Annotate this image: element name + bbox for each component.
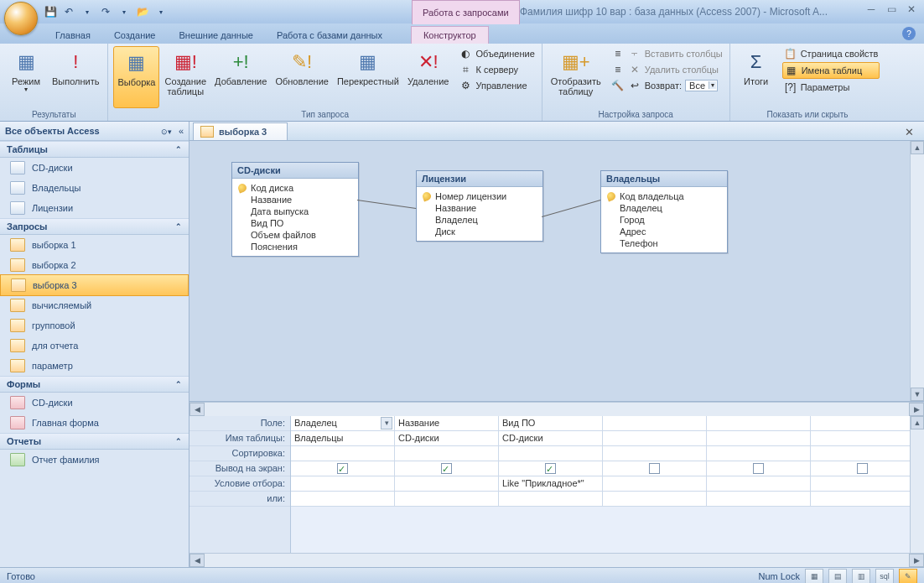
view-sql-button[interactable]: sql <box>875 569 894 583</box>
qbe-cell[interactable] <box>707 492 811 506</box>
table-field[interactable]: Номер лицензии <box>422 190 537 202</box>
qbe-hscrollbar[interactable]: ◀▶ <box>189 553 924 567</box>
table-field[interactable]: Объем файлов <box>237 229 353 241</box>
table-pane[interactable]: ▲▼ CD-дискиКод дискаНазваниеДата выпуска… <box>189 141 924 402</box>
qbe-cell[interactable] <box>603 431 707 445</box>
qbe-cell[interactable] <box>707 476 811 491</box>
return-combo[interactable]: Все▾ <box>685 80 718 91</box>
qbe-cell[interactable] <box>707 431 811 445</box>
qbe-cell[interactable] <box>603 492 707 506</box>
union-button[interactable]: ◐Объединение <box>457 46 536 61</box>
builder-icon[interactable]: 🔨 <box>611 79 625 92</box>
table-card[interactable]: ВладельцыКод владельцаВладелецГородАдрес… <box>600 170 728 253</box>
table-field[interactable]: Пояснения <box>237 241 353 252</box>
qbe-cell[interactable]: Вид ПО <box>499 416 603 430</box>
nav-item[interactable]: CD-диски <box>0 393 189 413</box>
checkbox[interactable] <box>649 463 660 474</box>
restore-button[interactable]: ▭ <box>884 3 899 15</box>
tablenames-button[interactable]: ▦Имена таблиц <box>782 62 880 79</box>
nav-item[interactable]: параметр <box>0 356 189 376</box>
table-field[interactable]: Город <box>606 214 722 226</box>
qbe-cell[interactable] <box>499 446 603 461</box>
table-field[interactable]: Дата выпуска <box>237 206 353 217</box>
nav-group-header[interactable]: Формы⌃ <box>0 376 189 393</box>
document-tab[interactable]: выборка 3 <box>193 122 288 140</box>
nav-item[interactable]: Лицензии <box>0 198 189 218</box>
chevron-down-icon[interactable]: ⊙▾ <box>161 128 172 136</box>
append-button[interactable]: +!Добавление <box>211 46 270 107</box>
qbe-cell[interactable] <box>291 461 395 476</box>
table-card[interactable]: CD-дискиКод дискаНазваниеДата выпускаВид… <box>231 162 359 257</box>
qbe-columns[interactable]: ВладелецНазваниеВид ПОВладельцыCD-дискиC… <box>291 416 924 553</box>
parameters-button[interactable]: [?]Параметры <box>782 80 880 95</box>
minimize-button[interactable]: ─ <box>864 3 879 15</box>
qbe-cell[interactable] <box>811 431 915 445</box>
qbe-cell[interactable] <box>811 476 915 491</box>
table-header[interactable]: Владельцы <box>601 171 727 187</box>
table-field[interactable]: Телефон <box>606 237 722 249</box>
nav-item[interactable]: выборка 3 <box>0 274 189 296</box>
nav-item[interactable]: вычисляемый <box>0 295 189 315</box>
table-card[interactable]: ЛицензииНомер лицензииНазваниеВладелецДи… <box>416 170 543 242</box>
tab-external[interactable]: Внешние данные <box>168 27 265 44</box>
nav-item[interactable]: выборка 1 <box>0 235 189 255</box>
qbe-cell[interactable] <box>603 416 707 430</box>
tab-create[interactable]: Создание <box>102 27 168 44</box>
qbe-cell[interactable] <box>395 476 499 491</box>
qbe-cell[interactable] <box>811 461 915 476</box>
checkbox[interactable] <box>857 463 868 474</box>
nav-item[interactable]: выборка 2 <box>0 255 189 275</box>
tab-design[interactable]: Конструктор <box>411 26 489 44</box>
tab-dbtools[interactable]: Работа с базами данных <box>265 27 394 44</box>
undo-icon[interactable]: ↶ <box>62 5 75 18</box>
delete-button[interactable]: ✕!Удаление <box>404 46 453 107</box>
qbe-cell[interactable]: Владелец <box>291 416 395 430</box>
table-field[interactable]: Название <box>422 202 537 214</box>
table-field[interactable]: Код диска <box>237 182 353 194</box>
propsheet-button[interactable]: 📋Страница свойств <box>782 46 880 61</box>
nav-item[interactable]: Отчет фамилия <box>0 450 189 470</box>
qbe-cell[interactable] <box>395 461 499 476</box>
select-query-button[interactable]: ▦Выборка <box>113 46 159 108</box>
nav-header[interactable]: Все объекты Access⊙▾« <box>0 122 189 141</box>
qbe-cell[interactable] <box>291 476 395 491</box>
checkbox[interactable] <box>337 463 348 474</box>
qbe-cell[interactable] <box>707 416 811 430</box>
office-button[interactable] <box>4 2 38 35</box>
table-field[interactable]: Название <box>237 194 353 206</box>
table-field[interactable]: Вид ПО <box>237 217 353 229</box>
qbe-cell[interactable] <box>811 416 915 430</box>
table-field[interactable]: Диск <box>422 226 537 237</box>
qbe-cell[interactable] <box>603 446 707 461</box>
qbe-cell[interactable]: CD-диски <box>395 431 499 445</box>
qbe-cell[interactable] <box>811 446 915 461</box>
qbe-cell[interactable]: Like "Прикладное*" <box>499 476 603 491</box>
tab-home[interactable]: Главная <box>44 27 102 44</box>
view-pivottable-button[interactable]: ▤ <box>828 569 847 583</box>
qbe-cell[interactable] <box>499 461 603 476</box>
save-icon[interactable]: 💾 <box>44 5 57 18</box>
close-button[interactable]: ✕ <box>904 3 919 15</box>
maketable-button[interactable]: ▦!Создание таблицы <box>161 46 210 107</box>
qbe-cell[interactable] <box>811 492 915 506</box>
qbe-cell[interactable] <box>291 492 395 506</box>
table-header[interactable]: Лицензии <box>417 171 542 187</box>
nav-item[interactable]: групповой <box>0 315 189 336</box>
help-icon[interactable]: ? <box>902 27 916 40</box>
tab-close-button[interactable]: ✕ <box>901 124 917 140</box>
nav-item[interactable]: Главная форма <box>0 413 189 433</box>
nav-item[interactable]: для отчета <box>0 336 189 356</box>
table-field[interactable]: Код владельца <box>606 190 722 202</box>
qbe-cell[interactable] <box>395 492 499 506</box>
qbe-cell[interactable]: Владельцы <box>291 431 395 445</box>
relationship-line[interactable] <box>357 200 416 209</box>
vertical-scrollbar[interactable]: ▲▼ <box>910 141 924 401</box>
checkbox[interactable] <box>753 463 764 474</box>
qat-dropdown-icon[interactable]: ▾ <box>154 5 168 18</box>
qbe-cell[interactable] <box>603 476 707 491</box>
collapse-icon[interactable]: « <box>179 126 184 136</box>
nav-group-header[interactable]: Отчеты⌃ <box>0 433 189 450</box>
qbe-cell[interactable] <box>603 461 707 476</box>
qbe-cell[interactable] <box>707 461 811 476</box>
deleterows-button[interactable]: ≡✕Удалить столбцы <box>610 62 724 77</box>
